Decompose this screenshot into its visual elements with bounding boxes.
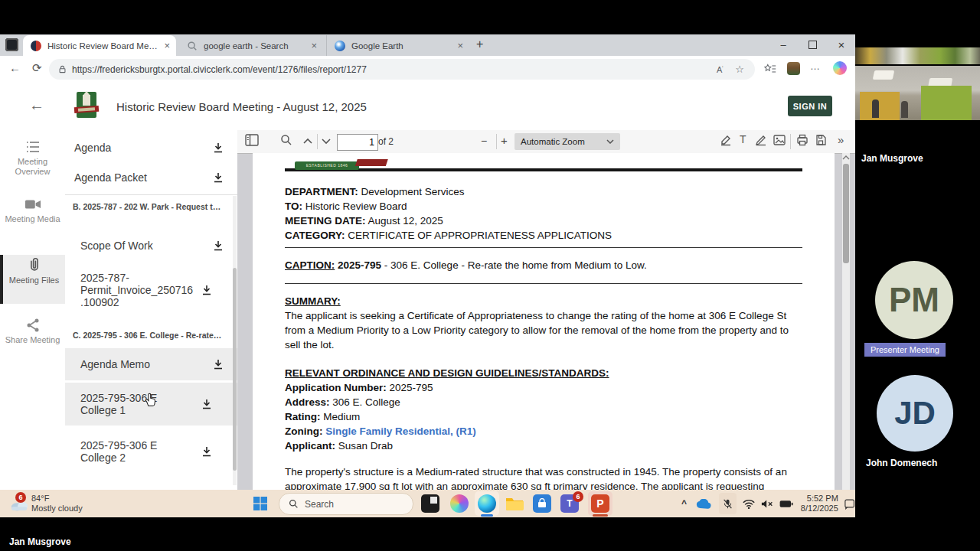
- powerpoint-taskbar-slot[interactable]: P: [588, 491, 612, 516]
- print-icon[interactable]: [796, 134, 808, 146]
- download-icon[interactable]: [213, 359, 224, 370]
- desktop-app-icon[interactable]: [421, 494, 439, 513]
- back-icon[interactable]: ←: [9, 61, 21, 74]
- highlight-icon[interactable]: [720, 134, 732, 146]
- avatar-john-domenech[interactable]: JD: [877, 375, 953, 452]
- meeting-portal-content: Meeting Overview Meeting Media Meeting F…: [0, 130, 855, 490]
- zoom-in-icon[interactable]: +: [501, 134, 508, 147]
- file-row-permit-invoice[interactable]: 2025-787-Permit_Invoice_250716.100902: [65, 266, 237, 314]
- file-row-agenda[interactable]: Agenda: [65, 134, 237, 161]
- page-title: Historic Review Board Meeting - August 1…: [116, 100, 367, 113]
- doc-summary-label: SUMMARY:: [285, 294, 802, 308]
- sidebar-toggle-icon[interactable]: [245, 134, 259, 146]
- maximize-button[interactable]: [799, 34, 826, 55]
- download-icon[interactable]: [201, 285, 212, 295]
- new-tab-button[interactable]: +: [476, 37, 483, 51]
- save-icon[interactable]: [815, 134, 827, 146]
- pdf-scroll-thumb[interactable]: [843, 164, 849, 263]
- tab-google-earth-search[interactable]: google earth - Search ×: [179, 35, 323, 56]
- tab-close-icon[interactable]: ×: [452, 40, 469, 51]
- file-explorer-icon[interactable]: [505, 496, 524, 511]
- zoom-select[interactable]: Automatic Zoom: [514, 133, 620, 150]
- weather-desc[interactable]: Mostly cloudy: [31, 504, 83, 513]
- tab-actions-icon[interactable]: [5, 38, 18, 51]
- scroll-up-icon[interactable]: [842, 155, 850, 160]
- zoning-link[interactable]: Single Family Residential, (R1): [325, 425, 476, 437]
- tab-google-earth[interactable]: Google Earth ×: [326, 35, 469, 56]
- doc-detail-line: Zoning: Single Family Residential, (R1): [285, 424, 802, 439]
- notification-icon[interactable]: [844, 498, 855, 510]
- start-button[interactable]: [253, 497, 267, 510]
- download-icon[interactable]: [213, 172, 224, 183]
- search-placeholder: Search: [305, 499, 334, 510]
- close-window-button[interactable]: ×: [828, 34, 855, 55]
- refresh-icon[interactable]: ⟳: [32, 61, 42, 75]
- previous-page-icon[interactable]: [303, 138, 312, 144]
- read-aloud-icon[interactable]: Aᵎ: [717, 64, 723, 74]
- sign-in-button[interactable]: SIGN IN: [788, 96, 832, 116]
- edge-taskbar-slot[interactable]: [475, 491, 499, 516]
- file-list-scroll-thumb[interactable]: [233, 268, 237, 471]
- room-video-strip[interactable]: [855, 47, 980, 64]
- file-label: Scope Of Work: [80, 240, 207, 252]
- pdf-document-area[interactable]: ESTABLISHED 1846 DEPARTMENT: Development…: [237, 153, 855, 490]
- maximize-icon: [808, 41, 817, 49]
- clock-block[interactable]: 5:52 PM 8/12/2025: [801, 494, 838, 514]
- add-image-icon[interactable]: [773, 134, 786, 146]
- doc-summary-text: The applicant is seeking a Certificate o…: [285, 308, 790, 352]
- settings-more-icon[interactable]: …: [810, 60, 821, 72]
- tab-close-icon[interactable]: ×: [306, 40, 323, 51]
- tray-expand-icon[interactable]: ^: [681, 498, 687, 509]
- next-page-icon[interactable]: [322, 139, 331, 145]
- file-row-college-2[interactable]: 2025-795-306 E College 2: [65, 430, 237, 473]
- weather-temp[interactable]: 84°F: [31, 494, 49, 503]
- more-tools-icon[interactable]: »: [838, 133, 844, 146]
- nav-meeting-files[interactable]: Meeting Files: [0, 255, 65, 304]
- onedrive-icon[interactable]: [696, 499, 711, 509]
- nav-meeting-overview[interactable]: Meeting Overview: [0, 138, 65, 184]
- download-icon[interactable]: [201, 399, 212, 409]
- volume-muted-icon[interactable]: [761, 499, 773, 509]
- doc-logo-row: ESTABLISHED 1846: [285, 156, 802, 166]
- tab-title: Historic Review Board Meeting -: [47, 41, 159, 51]
- favorites-bar-icon[interactable]: [764, 63, 776, 75]
- room-video-main[interactable]: [855, 66, 980, 120]
- taskbar-search[interactable]: Search: [279, 493, 413, 515]
- microsoft-store-icon[interactable]: [533, 494, 551, 513]
- doc-relevant-label: RELEVANT ORDINANCE AND DESIGN GUIDELINES…: [285, 366, 802, 380]
- copilot-icon[interactable]: [833, 61, 847, 75]
- tab-historic-review[interactable]: Historic Review Board Meeting - ×: [23, 35, 176, 56]
- divider: [790, 134, 791, 149]
- draw-icon[interactable]: [755, 134, 767, 146]
- doc-meta-line: DEPARTMENT: Development Services: [285, 184, 802, 199]
- download-icon[interactable]: [213, 142, 224, 153]
- page-back-icon[interactable]: ←: [29, 96, 44, 114]
- file-row-scope-of-work[interactable]: Scope Of Work: [65, 232, 237, 259]
- participant-name: John Domenech: [866, 458, 937, 468]
- extension-icon[interactable]: [787, 62, 800, 75]
- tab-close-icon[interactable]: ×: [159, 40, 176, 51]
- divider: [65, 194, 237, 195]
- wifi-icon[interactable]: [743, 499, 755, 509]
- doc-caption-line: CAPTION: 2025-795 - 306 E. College - Re-…: [285, 258, 802, 272]
- zoom-out-icon[interactable]: −: [481, 135, 487, 147]
- m365-copilot-icon[interactable]: [450, 494, 469, 513]
- download-icon[interactable]: [201, 446, 212, 457]
- address-bar[interactable]: https://fredericksburgtx.portal.civiccle…: [49, 59, 755, 80]
- battery-icon[interactable]: [779, 500, 793, 508]
- pdf-viewer: of 2 − + Automatic Zoom T »: [237, 130, 855, 490]
- file-row-agenda-packet[interactable]: Agenda Packet: [65, 164, 237, 191]
- nav-share-meeting[interactable]: Share Meeting: [0, 316, 65, 362]
- minimize-button[interactable]: –: [769, 34, 797, 55]
- page-number-input[interactable]: [337, 134, 378, 151]
- text-annotation-icon[interactable]: T: [740, 133, 746, 145]
- pdf-search-icon[interactable]: [280, 134, 292, 146]
- favorite-star-icon[interactable]: ☆: [735, 64, 744, 75]
- browser-toolbar: ← ⟳ https://fredericksburgtx.portal.civi…: [0, 56, 855, 83]
- person-silhouette: [872, 99, 879, 118]
- file-row-agenda-memo[interactable]: Agenda Memo: [65, 348, 237, 380]
- nav-meeting-media[interactable]: Meeting Media: [0, 195, 65, 241]
- mic-muted-container[interactable]: [719, 493, 737, 514]
- download-icon[interactable]: [213, 240, 224, 251]
- avatar-presenter-meeting[interactable]: PM: [875, 261, 953, 339]
